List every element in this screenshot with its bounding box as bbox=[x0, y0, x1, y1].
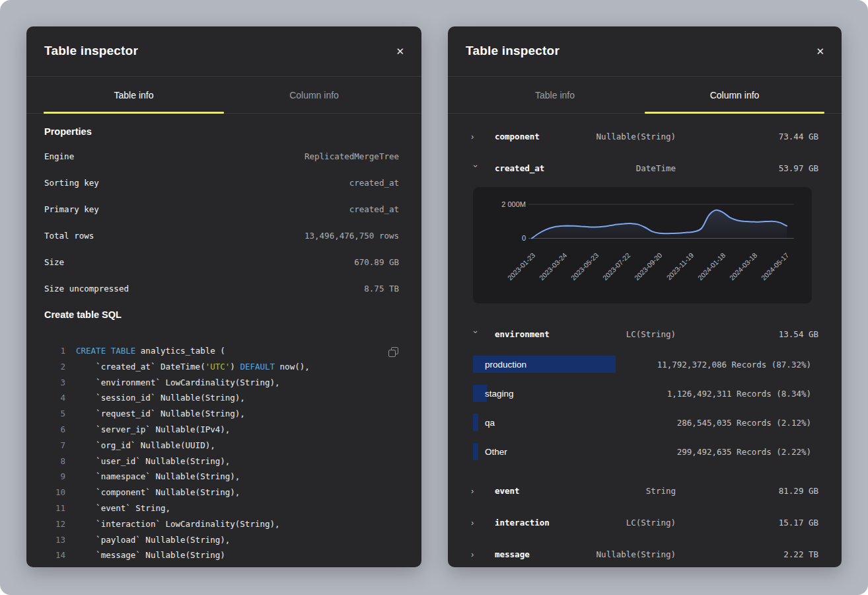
column-row-component[interactable]: ›componentNullable(String)73.44 GB bbox=[471, 120, 818, 152]
tab-label: Table info bbox=[114, 90, 154, 100]
line-number: 2 bbox=[44, 359, 65, 375]
column-type: Nullable(String) bbox=[563, 132, 676, 141]
modal-header: Table inspector ✕ bbox=[448, 26, 842, 77]
column-name: component bbox=[487, 132, 563, 141]
value-label: Other bbox=[485, 447, 507, 457]
line-number: 3 bbox=[44, 375, 65, 391]
close-icon: ✕ bbox=[816, 46, 824, 57]
code-line: 7 `org_id` Nullable(UUID), bbox=[44, 438, 399, 454]
value-row-other: Other299,492,635 Records (2.22%) bbox=[471, 437, 818, 466]
sql-text: `interaction` LowCardinality(String), bbox=[76, 519, 280, 529]
code-text: `server_ip` Nullable(IPv4), bbox=[76, 422, 230, 438]
code-line: 8 `user_id` Nullable(String), bbox=[44, 454, 399, 469]
code-text: `event` String, bbox=[76, 500, 170, 516]
value-distribution: production11,792,372,086 Records (87.32%… bbox=[471, 350, 818, 466]
column-name: created_at bbox=[487, 163, 563, 173]
column-size: 81.29 GB bbox=[676, 486, 818, 496]
line-number: 10 bbox=[44, 485, 65, 500]
sql-text: `payload` Nullable(String), bbox=[76, 535, 230, 545]
area-fill bbox=[532, 210, 787, 239]
tab-bar: Table infoColumn info bbox=[448, 77, 842, 114]
column-name: message bbox=[487, 549, 563, 559]
column-type: LC(String) bbox=[563, 329, 676, 339]
column-name: environment bbox=[487, 329, 563, 339]
table-info-content: Properties EngineReplicatedMergeTreeSort… bbox=[26, 114, 421, 567]
code-text: `session_id` Nullable(String), bbox=[76, 390, 245, 406]
column-row-event[interactable]: ›eventString81.29 GB bbox=[471, 475, 818, 506]
line-number: 4 bbox=[44, 390, 65, 406]
code-text: CREATE TABLE analytics_table ( bbox=[76, 343, 225, 359]
close-button[interactable]: ✕ bbox=[393, 44, 407, 59]
sql-text: ) bbox=[76, 566, 86, 567]
property-label: Sorting key bbox=[44, 178, 99, 188]
line-number: 14 bbox=[44, 547, 65, 563]
code-line: 2 `created_at` DateTime('UTC') DEFAULT n… bbox=[44, 359, 399, 375]
column-size: 15.17 GB bbox=[676, 518, 818, 528]
code-text: ) ENGINE = ReplicatedMergeTree('/clickho… bbox=[76, 563, 421, 567]
sql-text: `component` Nullable(String), bbox=[76, 487, 240, 497]
column-type: Nullable(String) bbox=[563, 549, 676, 559]
table-inspector-modal-column-info: Table inspector ✕ Table infoColumn info … bbox=[448, 26, 842, 567]
property-value: created_at bbox=[349, 204, 399, 214]
code-text: `org_id` Nullable(UUID), bbox=[76, 438, 215, 454]
tab-column-info[interactable]: Column info bbox=[645, 77, 824, 113]
value-records: 11,792,372,086 Records (87.32%) bbox=[657, 360, 811, 370]
value-label: production bbox=[485, 360, 526, 370]
column-type: DateTime bbox=[563, 163, 676, 173]
column-name: event bbox=[487, 486, 563, 496]
sql-text: `org_id` Nullable(UUID), bbox=[76, 440, 215, 450]
value-row-qa: qa286,545,035 Records (2.12%) bbox=[471, 408, 818, 437]
line-number: 6 bbox=[44, 422, 65, 438]
tab-table-info[interactable]: Table info bbox=[465, 77, 645, 113]
property-label: Primary key bbox=[44, 204, 99, 214]
code-line: 3 `environment` LowCardinality(String), bbox=[44, 375, 399, 391]
property-row: Sorting keycreated_at bbox=[44, 169, 399, 196]
sql-keyword: DEFAULT bbox=[240, 362, 275, 372]
value-bar bbox=[473, 443, 478, 460]
value-label: qa bbox=[485, 418, 495, 428]
column-row-created_at[interactable]: ›created_atDateTime53.97 GB bbox=[471, 152, 818, 184]
chevron-right-icon[interactable]: › bbox=[471, 487, 487, 495]
code-line: 11 `event` String, bbox=[44, 500, 399, 516]
tab-bar: Table infoColumn info bbox=[26, 77, 421, 114]
properties-heading: Properties bbox=[44, 114, 399, 140]
code-text: `message` Nullable(String) bbox=[76, 547, 225, 563]
properties-list: EngineReplicatedMergeTreeSorting keycrea… bbox=[44, 140, 399, 301]
chevron-down-icon[interactable]: › bbox=[472, 331, 480, 346]
code-line: 12 `interaction` LowCardinality(String), bbox=[44, 516, 399, 532]
code-text: `payload` Nullable(String), bbox=[76, 532, 230, 548]
sql-text: , bbox=[404, 566, 414, 567]
property-value: created_at bbox=[349, 178, 399, 188]
code-line: 10 `component` Nullable(String), bbox=[44, 485, 399, 500]
copy-button[interactable] bbox=[386, 345, 399, 358]
line-number: 15 bbox=[44, 563, 65, 567]
chevron-right-icon[interactable]: › bbox=[471, 132, 487, 141]
property-label: Engine bbox=[44, 151, 74, 161]
property-value: ReplicatedMergeTree bbox=[305, 151, 399, 161]
sql-text: ) bbox=[230, 362, 240, 372]
close-button[interactable]: ✕ bbox=[813, 44, 827, 59]
column-name: interaction bbox=[487, 518, 563, 528]
line-number: 11 bbox=[44, 500, 65, 516]
sql-text: `message` Nullable(String) bbox=[76, 550, 225, 560]
chevron-down-icon[interactable]: › bbox=[472, 165, 480, 180]
sql-text: `session_id` Nullable(String), bbox=[76, 393, 245, 403]
tab-column-info[interactable]: Column info bbox=[224, 77, 404, 113]
property-row: Primary keycreated_at bbox=[44, 196, 399, 222]
sql-code-block: 1CREATE TABLE analytics_table (2 `create… bbox=[44, 329, 399, 567]
tab-table-info[interactable]: Table info bbox=[44, 77, 224, 113]
chevron-right-icon[interactable]: › bbox=[471, 550, 487, 559]
column-row-environment[interactable]: ›environmentLC(String)13.54 GB bbox=[471, 318, 818, 350]
modal-title: Table inspector bbox=[44, 44, 138, 58]
line-chart bbox=[473, 187, 811, 303]
code-text: `namespace` Nullable(String), bbox=[76, 469, 240, 485]
column-size: 53.97 GB bbox=[676, 163, 818, 173]
line-number: 9 bbox=[44, 469, 65, 485]
table-inspector-modal-table-info: Table inspector ✕ Table infoColumn info … bbox=[26, 26, 421, 567]
chevron-right-icon[interactable]: › bbox=[471, 518, 487, 527]
modal-title: Table inspector bbox=[466, 44, 560, 58]
column-row-interaction[interactable]: ›interactionLC(String)15.17 GB bbox=[471, 506, 818, 538]
sql-text: = ReplicatedMergeTree( bbox=[116, 566, 230, 567]
property-row: EngineReplicatedMergeTree bbox=[44, 143, 399, 169]
column-row-message[interactable]: ›messageNullable(String)2.22 TB bbox=[471, 538, 818, 567]
